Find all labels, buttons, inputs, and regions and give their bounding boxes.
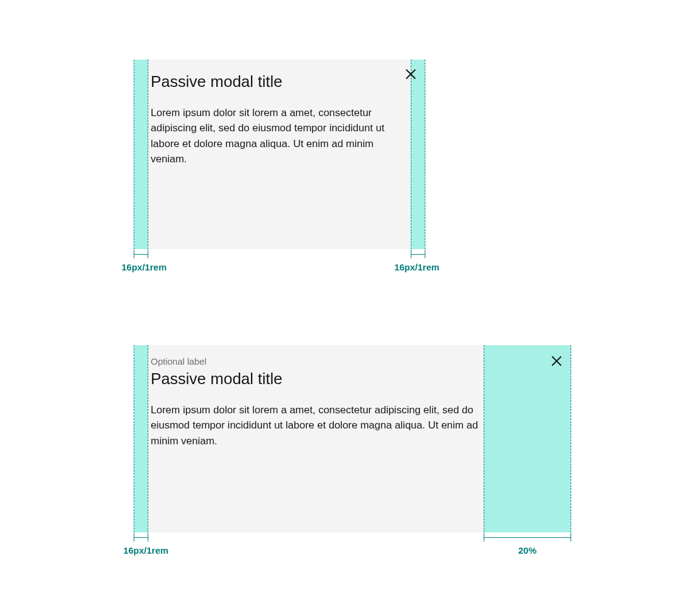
modal-body-text: Lorem ipsum dolor sit lorem a amet, cons… [151,105,408,167]
padding-highlight-right-20pct [484,345,571,532]
measurement-label: 16px/1rem [122,545,170,556]
close-icon[interactable] [405,68,417,80]
modal-body-text: Lorem ipsum dolor sit lorem a amet, cons… [151,402,481,449]
close-icon[interactable] [551,355,563,367]
passive-modal-spec-basic: Passive modal title Lorem ipsum dolor si… [134,60,425,249]
passive-modal-spec-with-label: Optional label Passive modal title Lorem… [134,345,571,532]
measurement-right-padding: 16px/1rem [386,250,447,272]
modal-title: Passive modal title [151,369,481,389]
measurement-left-padding: 16px/1rem [122,250,158,272]
modal-surface: Optional label Passive modal title Lorem… [148,345,484,532]
padding-highlight-left [134,345,148,532]
modal-title: Passive modal title [151,72,408,92]
measurement-right-padding: 20% [484,533,571,556]
measurement-left-padding: 16px/1rem [122,533,170,556]
measurement-label: 16px/1rem [386,262,447,272]
modal-optional-label: Optional label [151,356,481,366]
padding-highlight-left [134,60,148,249]
measurement-label: 16px/1rem [122,262,158,272]
padding-highlight-right [411,60,425,249]
modal-surface: Passive modal title Lorem ipsum dolor si… [148,60,411,249]
measurement-label: 20% [484,545,571,556]
